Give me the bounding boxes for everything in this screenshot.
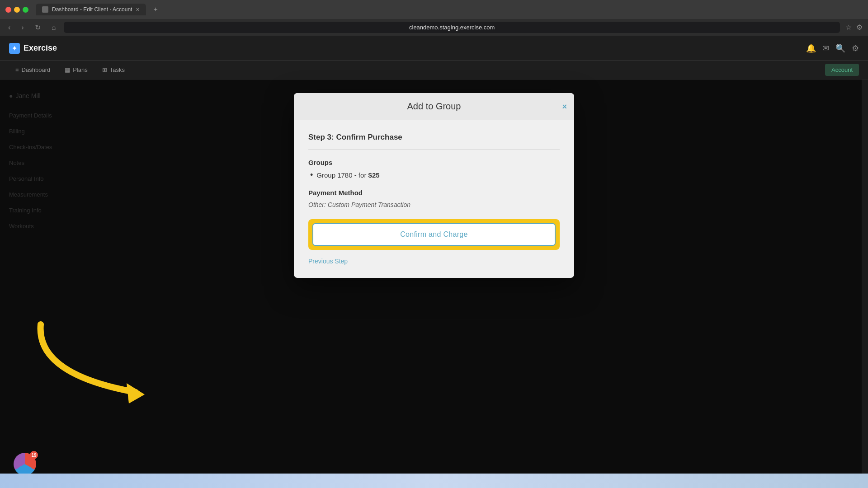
maximize-traffic-light[interactable] [23,7,28,13]
previous-step-link[interactable]: Previous Step [308,258,348,265]
tab-title: Dashboard - Edit Client - Account [52,6,132,13]
scrollbar[interactable] [862,80,868,488]
dashboard-label: Dashboard [22,66,51,73]
extensions-icon[interactable]: ⚙ [856,23,863,32]
plans-icon: ▦ [65,66,70,73]
payment-method-label: Payment Method [308,189,560,197]
payment-method-value: Other: Custom Payment Transaction [308,201,560,208]
bottom-gradient-bar [0,474,868,488]
app-name: Exercise [24,43,57,53]
modal-close-button[interactable]: × [562,102,567,111]
traffic-lights [5,7,28,13]
app-area: ✦ Exercise 🔔 ✉ 🔍 ⚙ ≡ Dashboard ▦ Plans ⊞… [0,36,868,488]
search-icon[interactable]: 🔍 [835,43,845,53]
groups-section: Groups • Group 1780 - for $25 [308,159,560,179]
app-header: ✦ Exercise 🔔 ✉ 🔍 ⚙ [0,36,868,61]
app-header-right: 🔔 ✉ 🔍 ⚙ [806,43,859,53]
minimize-traffic-light[interactable] [14,7,20,13]
group-list-item: • Group 1780 - for $25 [308,171,560,179]
modal-overlay: Add to Group × Step 3: Confirm Purchase … [0,80,868,488]
settings-icon[interactable]: ⚙ [852,43,859,53]
tab-close-button[interactable]: ✕ [136,7,140,13]
avatar-circle: 19 [14,453,36,475]
group-item-text: Group 1780 - for $25 [316,171,379,179]
step-title: Step 3: Confirm Purchase [308,133,560,150]
browser-chrome: Dashboard - Edit Client - Account ✕ + ‹ … [0,0,868,36]
app-logo: ✦ Exercise [9,43,57,54]
tasks-label: Tasks [110,66,125,73]
tasks-icon: ⊞ [102,66,107,73]
modal: Add to Group × Step 3: Confirm Purchase … [294,93,574,278]
bullet-icon: • [310,171,313,179]
groups-label: Groups [308,159,560,166]
group-price: $25 [368,171,380,179]
plans-label: Plans [73,66,88,73]
modal-body: Step 3: Confirm Purchase Groups • Group … [294,120,574,278]
app-content: ● Jane Mill Payment Details Billing Chec… [0,80,868,488]
browser-tab[interactable]: Dashboard - Edit Client - Account ✕ [36,4,146,15]
messages-icon[interactable]: ✉ [822,43,829,53]
nav-item-dashboard[interactable]: ≡ Dashboard [9,63,57,77]
forward-button[interactable]: › [19,23,26,33]
account-label: Account [831,66,853,73]
arrow-annotation [27,320,172,419]
home-button[interactable]: ⌂ [49,23,59,33]
back-button[interactable]: ‹ [5,23,13,33]
browser-addressbar: ‹ › ↻ ⌂ cleandemo.staging.exercise.com ☆… [0,19,868,36]
address-bar[interactable]: cleandemo.staging.exercise.com [64,22,840,33]
notifications-icon[interactable]: 🔔 [806,43,816,53]
browser-titlebar: Dashboard - Edit Client - Account ✕ + [0,0,868,19]
confirm-and-charge-button[interactable]: Confirm and Charge [312,223,556,246]
nav-item-tasks[interactable]: ⊞ Tasks [96,63,131,77]
logo-icon: ✦ [9,43,20,54]
svg-marker-0 [127,383,145,404]
avatar-badge: 19 [30,451,38,459]
bookmark-icon[interactable]: ☆ [845,23,852,32]
payment-method-section: Payment Method Other: Custom Payment Tra… [308,189,560,208]
reload-button[interactable]: ↻ [32,22,43,33]
dashboard-icon: ≡ [15,66,19,73]
confirm-button-highlight: Confirm and Charge [308,219,560,250]
nav-item-account[interactable]: Account [825,64,859,76]
new-tab-button[interactable]: + [150,5,161,14]
modal-header: Add to Group × [294,93,574,120]
nav-item-plans[interactable]: ▦ Plans [58,63,94,77]
close-traffic-light[interactable] [5,7,11,13]
modal-title: Add to Group [407,101,461,111]
tab-favicon [42,6,48,13]
app-nav: ≡ Dashboard ▦ Plans ⊞ Tasks Account [0,61,868,80]
browser-actions: ☆ ⚙ [845,23,863,32]
